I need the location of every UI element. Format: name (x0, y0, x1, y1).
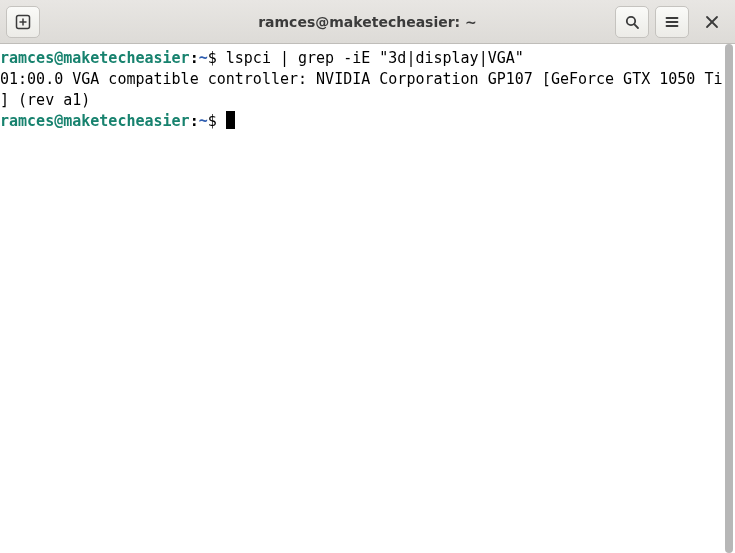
output-1a: 01:00.0 VGA compatible controller: NVIDI… (0, 70, 722, 88)
close-button[interactable] (695, 6, 729, 38)
terminal-cursor (226, 111, 235, 129)
svg-line-4 (634, 24, 638, 28)
menu-button[interactable] (655, 6, 689, 38)
scrollbar-thumb[interactable] (725, 44, 733, 553)
search-icon (624, 14, 640, 30)
prompt-userhost: ramces@maketecheasier (0, 49, 190, 67)
terminal-area[interactable]: ramces@maketecheasier:~$ lspci | grep -i… (0, 44, 735, 553)
prompt-sep: : (190, 49, 199, 67)
close-icon (705, 15, 719, 29)
prompt-sigil-2: $ (208, 112, 217, 130)
search-button[interactable] (615, 6, 649, 38)
prompt-sigil: $ (208, 49, 217, 67)
new-tab-icon (15, 14, 31, 30)
prompt-userhost-2: ramces@maketecheasier (0, 112, 190, 130)
titlebar: ramces@maketecheasier: ~ (0, 0, 735, 44)
scrollbar[interactable] (723, 44, 735, 553)
prompt-path-2: ~ (199, 112, 208, 130)
prompt-sep-2: : (190, 112, 199, 130)
hamburger-icon (664, 14, 680, 30)
new-tab-button[interactable] (6, 6, 40, 38)
output-1b: ] (rev a1) (0, 91, 90, 109)
command-1: lspci | grep -iE "3d|display|VGA" (226, 49, 524, 67)
prompt-path: ~ (199, 49, 208, 67)
